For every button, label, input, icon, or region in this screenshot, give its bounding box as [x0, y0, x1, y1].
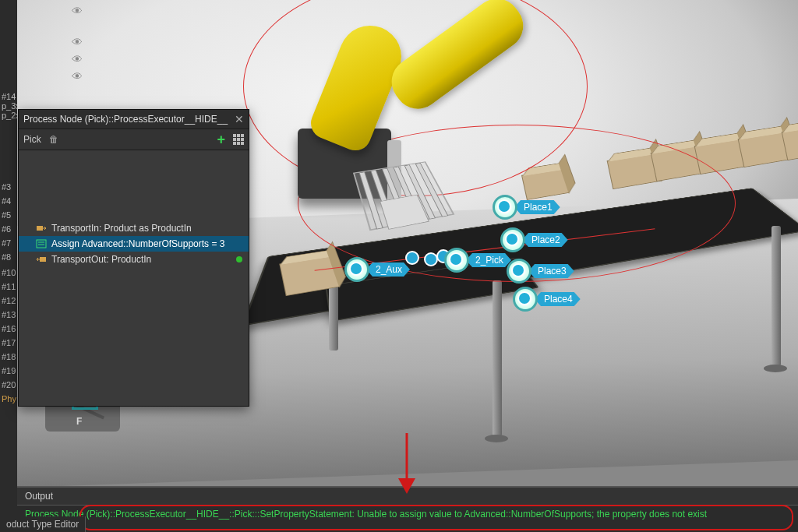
hierarchy-item[interactable]: #13 [2, 310, 16, 319]
output-message: Process Node (Pick)::ProcessExecutor__HI… [17, 506, 798, 523]
hierarchy-item[interactable]: #17 [2, 338, 16, 347]
scene-waypoint-tag[interactable]: Place4 [513, 287, 581, 312]
hierarchy-item[interactable]: #8 [2, 252, 11, 262]
hierarchy-item[interactable]: #3 [2, 182, 11, 192]
transport-in-icon [36, 224, 47, 233]
panel-empty-area [19, 150, 249, 220]
close-icon[interactable]: ✕ [235, 113, 244, 125]
hierarchy-item-physics[interactable]: Phy [2, 394, 16, 403]
robot-arm-fore [383, 0, 533, 118]
svg-rect-0 [37, 226, 43, 231]
process-tab[interactable]: Pick [23, 134, 41, 145]
waypoint-ring-icon [444, 248, 469, 273]
waypoint-label: Place4 [535, 292, 581, 306]
status-ok-icon [236, 256, 242, 262]
hierarchy-item[interactable]: #7 [2, 238, 11, 248]
assign-icon [36, 239, 47, 248]
scene-waypoint-tag[interactable]: Place1 [493, 195, 560, 220]
statement-row[interactable]: Assign Advanced::NumberOfSupports = 3 [19, 236, 249, 252]
visibility-icon[interactable]: 👁 [72, 5, 83, 17]
conveyor-leg [772, 226, 781, 366]
waypoint-ring-icon [500, 227, 525, 252]
delete-icon[interactable]: 🗑 [49, 134, 58, 145]
visibility-icon[interactable]: 👁 [72, 53, 83, 65]
visibility-icon[interactable]: 👁 [72, 70, 83, 83]
hierarchy-item[interactable]: #6 [2, 224, 11, 234]
hierarchy-item[interactable]: #4 [2, 196, 11, 206]
add-statement-icon[interactable]: + [217, 132, 225, 148]
statement-row[interactable]: TransportOut: ProductIn [19, 252, 249, 267]
visibility-icon[interactable]: 👁 [72, 36, 83, 48]
panel-title: Process Node (Pick)::ProcessExecutor__HI… [23, 114, 235, 125]
hierarchy-item[interactable]: #10 [2, 268, 16, 277]
waypoint-label: Place1 [514, 200, 560, 214]
statement-row[interactable]: TransportIn: Product as ProductIn [19, 220, 249, 236]
svg-rect-1 [37, 240, 46, 248]
hierarchy-item[interactable]: #5 [2, 210, 11, 220]
scene-waypoint-tag[interactable]: Place3 [507, 259, 574, 284]
transport-out-icon [36, 255, 47, 264]
waypoint-ring-icon [513, 287, 538, 312]
hierarchy-item[interactable]: #16 [2, 324, 16, 333]
process-node-panel[interactable]: Process Node (Pick)::ProcessExecutor__HI… [18, 109, 249, 407]
waypoint-ring-icon [493, 195, 517, 220]
waypoint-label: Place3 [528, 264, 574, 278]
hierarchy-strip[interactable]: #14p_3xp_2x#3#4#5#6#7#8#10#11#12#13#16#1… [0, 0, 18, 532]
waypoint-label: 2_Aux [366, 262, 410, 277]
hierarchy-item[interactable]: #14 [2, 92, 16, 101]
panel-toolbar: Pick 🗑 + [19, 129, 249, 150]
statement-text: TransportOut: ProductIn [51, 254, 151, 265]
waypoint-label: 2_Pick [466, 253, 511, 267]
conveyor-foot [485, 435, 508, 442]
panel-titlebar[interactable]: Process Node (Pick)::ProcessExecutor__HI… [19, 110, 249, 129]
conveyor-leg [493, 280, 502, 436]
output-header: Output [17, 488, 798, 506]
hierarchy-item[interactable]: #11 [2, 282, 16, 291]
waypoint-ring-icon [507, 259, 531, 284]
output-console[interactable]: Output Process Node (Pick)::ProcessExecu… [17, 486, 798, 532]
product-type-editor-tab[interactable]: oduct Type Editor [0, 516, 86, 532]
waypoint-ring-icon [344, 257, 369, 282]
hierarchy-item[interactable]: #19 [2, 366, 16, 375]
scene-waypoint-tag[interactable]: 2_Aux [344, 257, 410, 282]
nav-cube-front[interactable]: F [76, 416, 82, 427]
statement-text: Assign Advanced::NumberOfSupports = 3 [51, 238, 224, 249]
waypoint-label: Place2 [522, 233, 568, 247]
svg-rect-4 [40, 257, 46, 262]
hierarchy-item[interactable]: #12 [2, 296, 16, 305]
grid-view-icon[interactable] [233, 134, 244, 145]
conveyor-foot [764, 365, 787, 372]
hierarchy-item[interactable]: #18 [2, 352, 16, 361]
scene-waypoint-tag[interactable]: Place2 [500, 227, 568, 252]
hierarchy-item[interactable]: #20 [2, 380, 16, 389]
conveyor-leg [329, 280, 338, 351]
statement-text: TransportIn: Product as ProductIn [51, 223, 192, 234]
